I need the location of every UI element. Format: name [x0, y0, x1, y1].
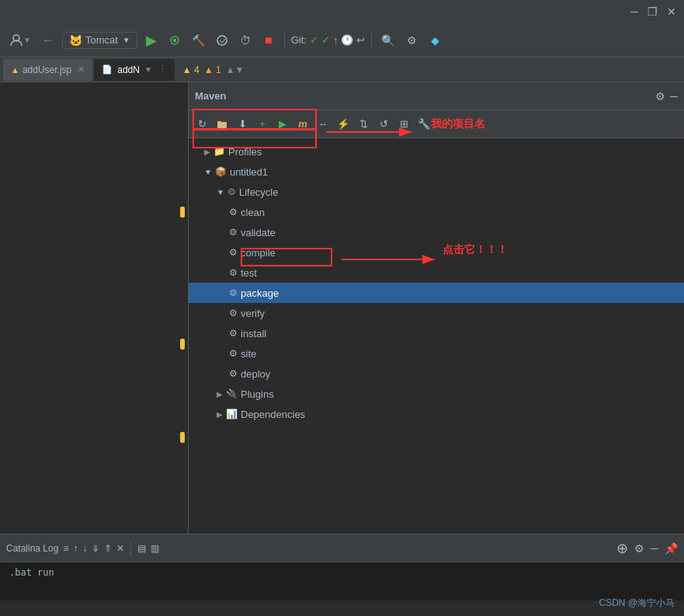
log-skip-up[interactable]: ⇑	[104, 543, 112, 554]
add-source-btn[interactable]: ⊕	[616, 540, 628, 557]
tree-item-verify[interactable]: ⚙ verify	[189, 303, 684, 323]
maven-m-btn[interactable]: m	[294, 116, 311, 133]
tree-plugins[interactable]: ▶ 🔌 Plugins	[189, 384, 684, 404]
maven-reload-btn[interactable]: ↺	[375, 116, 392, 133]
log-format1[interactable]: ▤	[137, 543, 146, 554]
status-left: Catalina Log ≡ ↑ ↓ ⇓ ⇑ ✕ ▤ ▥	[6, 541, 159, 556]
warning-badge: ▲ 4	[182, 64, 200, 75]
maven-header-actions: ⚙ ─	[655, 90, 678, 103]
close-button[interactable]: ✕	[667, 5, 676, 18]
status-settings[interactable]: ⚙	[634, 542, 644, 555]
verify-gear-icon: ⚙	[229, 308, 238, 318]
maven-minus-button[interactable]: ─	[670, 90, 678, 103]
maven-title: Maven	[195, 90, 226, 102]
tab2-menu[interactable]: ⋮	[158, 64, 167, 75]
verify-label: verify	[241, 308, 265, 319]
profiler-button[interactable]: ⏱	[236, 31, 255, 50]
tree-lifecycle[interactable]: ▼ ⚙ Lifecycle	[189, 182, 684, 202]
status-pin[interactable]: 📌	[665, 542, 678, 555]
tab2-more[interactable]: ▼	[144, 65, 152, 74]
log-up[interactable]: ↑	[73, 543, 78, 554]
tree-item-validate[interactable]: ⚙ validate	[189, 222, 684, 242]
maven-run-btn[interactable]: ▶	[274, 116, 291, 133]
plugins-label: Plugins	[241, 388, 274, 400]
git-undo[interactable]: ↩	[356, 34, 365, 46]
validate-gear-icon: ⚙	[229, 227, 238, 238]
log-down[interactable]: ↓	[82, 543, 87, 554]
tree-project[interactable]: ▼ 📦 untitled1	[189, 162, 684, 182]
stop-button[interactable]: ■	[259, 31, 278, 50]
log-skip-down[interactable]: ⇓	[92, 543, 99, 554]
tab-close-button[interactable]: ✕	[78, 64, 85, 75]
tab-adduser-jsp[interactable]: ▲ addUser.jsp ✕	[3, 59, 92, 81]
maven-folder-btn[interactable]	[214, 116, 231, 133]
tree-profiles[interactable]: ▶ 📁 Profiles	[189, 141, 684, 162]
profile-button[interactable]: ▼	[6, 31, 34, 50]
maven-toolbar: ↻ ⬇ + ▶ m ↔ ⚡ ⇅ ↺ ⊞ 🔧	[189, 110, 684, 138]
toolbar-separator	[284, 33, 285, 48]
tomcat-chevron: ▼	[123, 36, 130, 44]
profiles-label: Profiles	[228, 146, 262, 158]
lifecycle-label: Lifecycle	[239, 186, 279, 198]
git-check1[interactable]: ✓	[310, 34, 318, 46]
dependencies-label: Dependencies	[241, 409, 305, 420]
log-format2[interactable]: ▥	[151, 543, 159, 554]
maven-gear-button[interactable]: ⚙	[655, 90, 665, 103]
log-tab-label[interactable]: Catalina Log	[6, 543, 58, 554]
restore-button[interactable]: ❐	[648, 5, 658, 18]
maven-wrench-btn[interactable]: 🔧	[415, 116, 432, 133]
tomcat-icon: 🐱	[69, 34, 82, 47]
package-gear-icon: ⚙	[229, 287, 238, 298]
tree-item-package[interactable]: ⚙ package	[189, 283, 684, 303]
gem-button[interactable]: ◆	[425, 31, 444, 50]
debug-button[interactable]	[165, 31, 184, 50]
lifecycle-arrow: ▼	[217, 188, 224, 197]
search-button[interactable]: 🔍	[378, 31, 398, 50]
maven-skip-btn[interactable]: ↔	[314, 116, 332, 133]
coverage-button[interactable]	[213, 31, 231, 50]
git-check2[interactable]: ✓	[321, 34, 330, 46]
tree-dependencies[interactable]: ▶ 📊 Dependencies	[189, 404, 684, 424]
settings-button[interactable]: ⚙	[402, 31, 421, 50]
status-bar: Catalina Log ≡ ↑ ↓ ⇓ ⇑ ✕ ▤ ▥ ⊕ ⚙ ─ 📌	[0, 534, 684, 562]
log-stop[interactable]: ✕	[116, 543, 124, 554]
tree-item-site[interactable]: ⚙ site	[189, 343, 684, 364]
tree-item-install[interactable]: ⚙ install	[189, 323, 684, 343]
git-push[interactable]: ↑	[333, 34, 339, 46]
sort-toggle[interactable]: ▲▼	[226, 64, 245, 75]
maven-panel: Maven ⚙ ─ ↻ ⬇ + ▶ m ↔ ⚡ ⇅ ↺ ⊞ 🔧	[189, 82, 684, 534]
tomcat-dropdown[interactable]: 🐱 Tomcat ▼	[62, 32, 137, 49]
compile-gear-icon: ⚙	[229, 247, 238, 258]
back-button[interactable]: ←	[39, 31, 57, 50]
log-menu[interactable]: ≡	[63, 543, 68, 554]
maven-download-btn[interactable]: ⬇	[234, 116, 251, 133]
maven-refresh-btn[interactable]: ↻	[193, 116, 210, 133]
status-close[interactable]: ─	[651, 542, 658, 555]
svg-point-2	[217, 36, 227, 45]
minimize-button[interactable]: ─	[630, 5, 638, 18]
git-history[interactable]: 🕐	[341, 34, 353, 46]
tree-item-clean[interactable]: ⚙ clean	[189, 202, 684, 222]
maven-header: Maven ⚙ ─	[189, 82, 684, 110]
run-button[interactable]: ▶	[142, 31, 161, 50]
build-button[interactable]: 🔨	[189, 31, 208, 50]
scroll-indicator-2	[180, 339, 185, 350]
tree-item-test[interactable]: ⚙ test	[189, 263, 684, 283]
maven-lightning-btn[interactable]: ⚡	[335, 116, 352, 133]
plugins-arrow: ▶	[217, 390, 223, 398]
tab-addn[interactable]: 📄 addN ▼ ⋮	[94, 59, 175, 81]
maven-tree: ▶ 📁 Profiles ▼ 📦 untitled1 ▼ ⚙ Lifecycle…	[189, 138, 684, 534]
tree-item-deploy[interactable]: ⚙ deploy	[189, 364, 684, 384]
clean-label: clean	[241, 207, 265, 218]
maven-sort-btn[interactable]: ⇅	[355, 116, 372, 133]
project-label: untitled1	[230, 166, 268, 178]
tab-warning-icon: ▲	[11, 65, 19, 75]
left-panel-inner	[0, 82, 188, 534]
tree-item-compile[interactable]: ⚙ compile	[189, 242, 684, 263]
maven-grid-btn[interactable]: ⊞	[395, 116, 412, 133]
test-gear-icon: ⚙	[229, 267, 238, 278]
maven-add-btn[interactable]: +	[254, 116, 271, 133]
profiles-folder-icon: 📁	[214, 146, 225, 157]
tab2-label: addN	[117, 64, 140, 75]
toolbar-separator2	[371, 33, 372, 48]
